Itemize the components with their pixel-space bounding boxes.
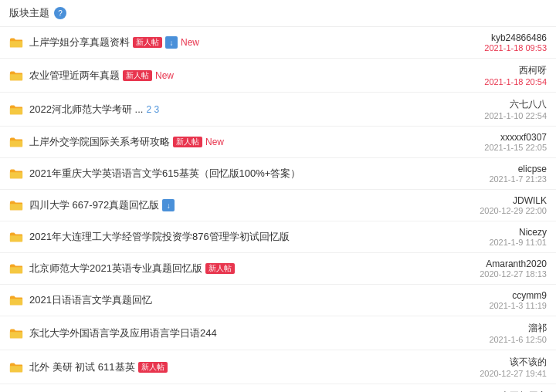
list-item[interactable]: 苏大432新人帖本王超厉害2021-1-7 12:43 [0,384,556,392]
new-badge: New [181,37,199,48]
item-title-text: 东北大学外国语言学及应用语言学日语244 [29,326,217,340]
header: 版块主题 ? [0,0,556,27]
item-title: 北京师范大学2021英语专业真题回忆版新人帖 [29,262,235,275]
folder-icon [9,295,23,306]
list-item[interactable]: 农业管理近两年真题新人帖New西柯呀2021-1-18 20:54 [0,59,556,93]
item-title: 东北大学外国语言学及应用语言学日语244 [29,326,217,340]
item-author: Amaranth2020 [480,259,547,269]
item-date: 2021-1-9 11:01 [489,238,547,247]
item-title: 农业管理近两年真题新人帖New [29,69,174,83]
item-author: ccymm9 [489,290,547,301]
item-title-text: 上岸学姐分享真题资料 [29,35,130,49]
item-title-text: 四川大学 667-972真题回忆版 [29,198,159,212]
page-container: 版块主题 ? 上岸学姐分享真题资料新人帖↓Newkyb248664862021-… [0,0,556,392]
info-icon[interactable]: ? [54,7,66,19]
item-title: 北外 美研 初试 611基英新人帖 [29,360,168,374]
folder-icon [9,37,23,48]
item-author: Nicezy [489,227,547,238]
folder-icon [9,263,23,274]
topic-list: 上岸学姐分享真题资料新人帖↓Newkyb248664862021-1-18 09… [0,27,556,392]
item-date: 2020-12-27 19:41 [480,369,547,378]
item-author: 六七八八 [484,98,547,111]
item-title: 四川大学 667-972真题回忆版↓ [29,198,175,212]
item-date: 2021-1-18 09:53 [484,43,547,52]
list-item[interactable]: 2021日语语言文学真题回忆ccymm92021-1-3 11:19 [0,285,556,316]
new-badge: New [155,70,174,81]
header-title: 版块主题 [9,6,49,20]
item-date: 2021-1-7 21:23 [489,174,547,184]
list-item[interactable]: 上岸外交学院国际关系考研攻略新人帖Newxxxxxf03072021-1-15 … [0,127,556,158]
download-badge: ↓ [165,36,178,49]
item-date: 2021-1-15 22:05 [484,143,547,152]
download-badge: ↓ [162,199,175,211]
new-user-badge: 新人帖 [173,137,202,147]
item-title-text: 北京师范大学2021英语专业真题回忆版 [29,262,202,275]
folder-icon [9,231,23,242]
item-author: 西柯呀 [484,64,547,77]
item-title: 2021年大连理工大学经管学院投资学876管理学初试回忆版 [29,230,290,244]
item-title-text: 2021年重庆大学英语语言文学615基英（回忆版100%+答案） [29,167,300,181]
item-author: 溜祁 [489,322,547,335]
item-title: 2022河北师范大学考研 ...2 3 [29,103,159,117]
item-title: 上岸外交学院国际关系考研攻略新人帖New [29,135,224,149]
item-title-text: 2021年大连理工大学经管学院投资学876管理学初试回忆版 [29,230,290,244]
item-author: elicpse [489,164,547,174]
new-user-badge: 新人帖 [133,37,162,48]
list-item[interactable]: 2021年重庆大学英语语言文学615基英（回忆版100%+答案）elicpse2… [0,158,556,190]
page-numbers: 2 3 [146,104,159,115]
list-item[interactable]: 上岸学姐分享真题资料新人帖↓Newkyb248664862021-1-18 09… [0,27,556,59]
item-title: 2021日语语言文学真题回忆 [29,293,152,307]
item-date: 2020-12-29 22:00 [480,206,547,215]
list-item[interactable]: 2022河北师范大学考研 ...2 3六七八八2021-1-10 22:54 [0,93,556,127]
item-date: 2021-1-18 20:54 [484,77,547,86]
item-title-text: 2022河北师范大学考研 ... [29,103,143,117]
item-author: xxxxxf0307 [484,132,547,143]
list-item[interactable]: 四川大学 667-972真题回忆版↓JDWILK2020-12-29 22:00 [0,190,556,221]
item-author: JDWILK [480,195,547,206]
folder-icon [9,200,23,211]
folder-icon [9,104,23,115]
folder-icon [9,137,23,147]
folder-icon [9,70,23,81]
folder-icon [9,328,23,339]
list-item[interactable]: 东北大学外国语言学及应用语言学日语244溜祁2021-1-6 12:50 [0,316,556,350]
item-date: 2021-1-6 12:50 [489,335,547,344]
item-title-text: 北外 美研 初试 611基英 [29,360,135,374]
new-badge: New [205,137,224,147]
new-user-badge: 新人帖 [123,70,152,81]
item-author: kyb24866486 [484,32,547,43]
item-title: 2021年重庆大学英语语言文学615基英（回忆版100%+答案） [29,167,300,181]
list-item[interactable]: 北外 美研 初试 611基英新人帖该不该的2020-12-27 19:41 [0,350,556,384]
item-date: 2021-1-3 11:19 [489,301,547,310]
new-user-badge: 新人帖 [138,362,168,373]
item-title-text: 上岸外交学院国际关系考研攻略 [29,135,170,149]
item-title: 上岸学姐分享真题资料新人帖↓New [29,35,199,49]
folder-icon [9,362,23,373]
item-title-text: 农业管理近两年真题 [29,69,120,83]
item-author: 该不该的 [480,356,547,369]
new-user-badge: 新人帖 [205,263,235,274]
list-item[interactable]: 北京师范大学2021英语专业真题回忆版新人帖Amaranth20202020-1… [0,253,556,285]
folder-icon [9,168,23,179]
item-date: 2020-12-27 18:13 [480,269,547,279]
item-title-text: 2021日语语言文学真题回忆 [29,293,152,307]
list-item[interactable]: 2021年大连理工大学经管学院投资学876管理学初试回忆版Nicezy2021-… [0,221,556,253]
item-date: 2021-1-10 22:54 [484,111,547,120]
